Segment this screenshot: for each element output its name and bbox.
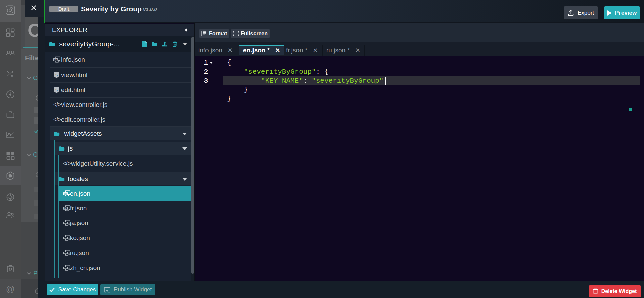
- svg-text:JSON: JSON: [64, 207, 68, 209]
- svg-text:JSON: JSON: [64, 222, 68, 224]
- svg-text:JSON: JSON: [64, 193, 68, 195]
- svg-text:JSON: JSON: [54, 59, 58, 61]
- svg-text:5: 5: [55, 73, 58, 77]
- svg-text:JSON: JSON: [64, 237, 68, 239]
- svg-text:5: 5: [55, 88, 58, 92]
- svg-text:JSON: JSON: [64, 267, 68, 269]
- svg-text:JSON: JSON: [64, 252, 68, 254]
